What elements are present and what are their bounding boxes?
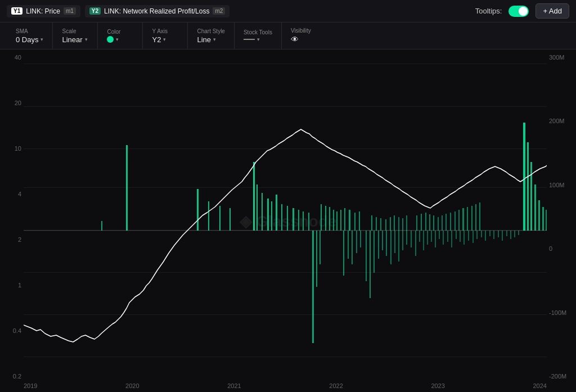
svg-rect-35 — [398, 217, 399, 231]
sma-label: SMA — [16, 28, 43, 34]
svg-rect-100 — [493, 231, 494, 239]
sma-control[interactable]: SMA 0 Days ▾ — [7, 22, 53, 49]
series-1-badge: Y1 — [11, 7, 22, 15]
svg-rect-59 — [542, 207, 544, 231]
chart-style-control[interactable]: Chart Style Line ▾ — [188, 22, 234, 49]
stock-tools-label: Stock Tools — [244, 29, 272, 35]
svg-rect-39 — [421, 214, 422, 231]
series-2-title: LINK: Network Realized Profit/Loss — [104, 7, 209, 15]
svg-rect-56 — [530, 162, 532, 231]
header-controls: Tooltips: + Add — [475, 3, 569, 19]
svg-rect-87 — [439, 231, 440, 239]
svg-rect-73 — [382, 231, 383, 250]
svg-rect-60 — [546, 210, 547, 231]
svg-rect-33 — [390, 217, 391, 231]
svg-rect-82 — [419, 231, 420, 242]
svg-rect-47 — [454, 211, 456, 231]
svg-rect-9 — [262, 193, 263, 231]
svg-rect-13 — [281, 204, 282, 231]
add-button[interactable]: + Add — [536, 3, 569, 19]
series-1-tag[interactable]: Y1 LINK: Price m1 — [7, 5, 80, 17]
svg-rect-64 — [343, 231, 344, 276]
svg-rect-69 — [366, 231, 367, 281]
svg-rect-20 — [325, 206, 326, 231]
x-tick-2024: 2024 — [533, 382, 546, 389]
x-tick-2020: 2020 — [125, 382, 139, 389]
svg-rect-76 — [394, 231, 395, 253]
svg-rect-98 — [485, 231, 486, 241]
svg-rect-74 — [386, 231, 387, 256]
x-axis: 2019 2020 2021 2022 2023 2024 — [24, 380, 547, 392]
svg-rect-3 — [197, 189, 199, 231]
scale-control[interactable]: Scale Linear ▾ — [53, 22, 98, 49]
svg-rect-31 — [380, 218, 381, 231]
svg-rect-28 — [359, 211, 360, 231]
svg-rect-96 — [476, 231, 478, 239]
svg-rect-37 — [406, 215, 407, 231]
stock-tools-value: ▾ — [244, 37, 272, 42]
tooltips-label: Tooltips: — [475, 7, 502, 15]
tooltips-toggle[interactable] — [508, 6, 529, 17]
yaxis-value: Y2 ▾ — [152, 35, 178, 44]
series-2-badge: Y2 — [89, 7, 101, 15]
svg-rect-44 — [442, 215, 443, 231]
svg-rect-36 — [402, 218, 403, 231]
svg-rect-34 — [394, 215, 395, 231]
svg-rect-101 — [498, 231, 499, 237]
stock-tools-line-icon — [244, 39, 255, 40]
color-control[interactable]: Color ▾ — [98, 22, 143, 49]
svg-rect-30 — [376, 217, 377, 231]
svg-rect-85 — [431, 231, 432, 242]
svg-rect-7 — [253, 162, 255, 231]
eye-icon: 👁 — [291, 35, 299, 44]
svg-rect-105 — [514, 231, 515, 237]
svg-rect-91 — [456, 231, 457, 239]
chart-svg — [0, 49, 576, 392]
svg-rect-77 — [398, 231, 399, 262]
series-list: Y1 LINK: Price m1 Y2 LINK: Network Reali… — [7, 5, 230, 17]
series-1-axis: m1 — [64, 7, 76, 15]
svg-rect-57 — [534, 184, 536, 231]
svg-rect-17 — [303, 211, 304, 231]
svg-rect-42 — [433, 215, 434, 231]
x-tick-2021: 2021 — [227, 382, 241, 389]
green-bars — [101, 123, 547, 343]
svg-rect-5 — [219, 206, 220, 231]
svg-rect-89 — [447, 231, 448, 242]
svg-rect-41 — [429, 214, 430, 231]
svg-rect-19 — [321, 204, 322, 231]
svg-rect-90 — [451, 231, 452, 247]
svg-rect-2 — [101, 221, 102, 231]
svg-rect-97 — [481, 231, 482, 237]
stock-tools-arrow: ▾ — [257, 37, 260, 42]
x-tick-2019: 2019 — [24, 382, 37, 389]
chart-style-value: Line ▾ — [197, 35, 224, 44]
svg-rect-18 — [308, 213, 309, 231]
svg-rect-29 — [371, 215, 372, 231]
svg-rect-104 — [510, 231, 511, 239]
svg-rect-4 — [208, 201, 209, 231]
svg-rect-83 — [423, 231, 424, 250]
svg-rect-27 — [354, 213, 356, 231]
svg-rect-46 — [450, 213, 451, 231]
series-2-tag[interactable]: Y2 LINK: Network Realized Profit/Loss m2 — [85, 5, 230, 17]
svg-rect-70 — [370, 231, 371, 298]
svg-rect-65 — [348, 231, 349, 259]
stock-tools-control[interactable]: Stock Tools ▾ — [235, 22, 282, 49]
svg-rect-6 — [230, 208, 231, 231]
yaxis-control[interactable]: Y Axis Y2 ▾ — [143, 22, 188, 49]
yaxis-arrow: ▾ — [163, 37, 166, 42]
svg-rect-84 — [427, 231, 428, 245]
svg-rect-40 — [425, 213, 426, 231]
svg-rect-23 — [336, 211, 338, 231]
svg-rect-51 — [471, 206, 472, 231]
svg-rect-53 — [479, 202, 480, 231]
visibility-control[interactable]: Visibility 👁 — [282, 22, 327, 49]
x-tick-2022: 2022 — [329, 382, 343, 389]
svg-rect-63 — [320, 231, 321, 264]
svg-rect-79 — [406, 231, 407, 245]
svg-rect-1 — [126, 145, 128, 231]
scale-label: Scale — [62, 28, 88, 34]
sma-value: 0 Days ▾ — [16, 35, 43, 44]
svg-rect-22 — [333, 210, 334, 231]
